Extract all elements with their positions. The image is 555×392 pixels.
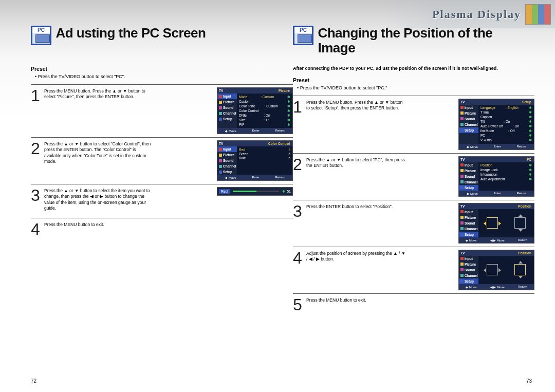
position-horizontal-icon: [487, 217, 498, 229]
preset-bullet: • Press the TV/VIDEO button to select "P…: [297, 85, 534, 90]
monitor-icon: [298, 34, 312, 43]
step-4: 4 Press the MENU button to exit.: [31, 218, 293, 237]
osd-slider: Red ✱ 51: [217, 187, 293, 196]
monitor-icon: [35, 34, 50, 43]
color-swatch-icon: [525, 4, 551, 25]
step-3: 3 Press the ENTER button to select "Posi…: [293, 200, 534, 244]
osd-position-adjust: TVPosition Input Picture Sound Channel S…: [458, 250, 534, 290]
intro-text: After connecting the PDP to your PC, ad …: [293, 65, 534, 72]
preset-bullet: • Press the TV/VIDEO button to select "P…: [35, 74, 293, 79]
position-horizontal-icon: [487, 264, 498, 275]
osd-position-menu: TVPosition Input Picture Sound Channel S…: [458, 203, 534, 244]
step-1: 1 Press the MENU button. Press the ▲ or …: [293, 96, 534, 150]
step-2: 2 Press the ▲ or ▼ button to select "PC"…: [293, 153, 534, 197]
osd-pc-menu: TVPC Input Picture Sound Channel Setup P…: [458, 156, 534, 197]
page-number: 72: [31, 378, 36, 384]
position-vertical-icon: [514, 264, 526, 275]
osd-picture-menu: TVPicture Input Picture Sound Channel Se…: [217, 87, 293, 134]
preset-heading: Preset: [293, 77, 534, 83]
page-72: PC Ad usting the PC Screen Preset • Pres…: [31, 26, 293, 240]
step-5: 5 Press the MENU button to exit.: [293, 293, 534, 313]
osd-setup-menu: TVSetup Input Picture Sound Channel Setu…: [458, 99, 534, 150]
position-vertical-icon: [514, 217, 526, 229]
page-number: 73: [526, 378, 532, 384]
step-1: 1 Press the MENU button. Press the ▲ or …: [31, 84, 293, 134]
step-4: 4 Adjust the position of screen by press…: [293, 247, 534, 290]
page-73: PC Changing the Position of the Image Af…: [293, 26, 534, 316]
step-2: 2 Press the ▲ or ▼ button to select "Col…: [31, 137, 293, 181]
step-3: 3 Press the ▲ or ▼ button to select the …: [31, 184, 293, 215]
brand-title: Plasma Display: [432, 8, 521, 21]
pc-icon: PC: [293, 26, 313, 45]
page-title: Changing the Position of the Image: [318, 26, 523, 55]
page-title: Ad usting the PC Screen: [55, 26, 206, 41]
osd-color-control-menu: TVColor Control Input Picture Sound Chan…: [217, 140, 293, 181]
brand-banner: Plasma Display: [385, 0, 555, 28]
pc-icon: PC: [31, 26, 51, 45]
preset-heading: Preset: [31, 66, 293, 72]
